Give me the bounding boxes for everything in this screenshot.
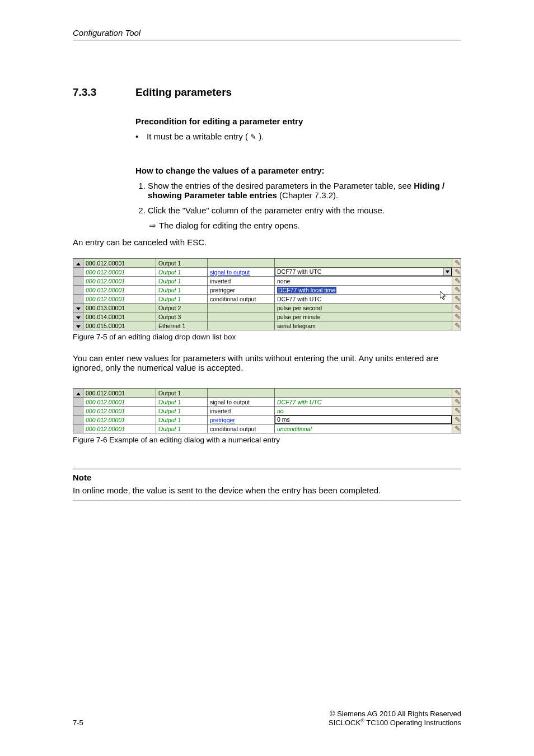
value-text: no [277,408,284,414]
row-handle[interactable] [73,407,83,416]
parameter-table-fig2: 000.012.00001Output 1✎000.012.00001Outpu… [73,388,461,433]
howto-heading: How to change the values of a parameter … [135,166,461,175]
param-value[interactable]: none [275,277,452,286]
expand-down-icon[interactable] [76,307,81,310]
param-value[interactable] [275,389,452,398]
param-group: Output 1 [156,259,208,268]
param-name: conditional output [210,296,256,302]
param-id: 000.014.00001 [83,312,156,321]
figure-caption-1: Figure 7-5 of an editing dialog drop dow… [73,333,461,341]
param-group: Output 1 [156,416,208,424]
table-row: 000.012.00001Output 1✎ [73,259,461,268]
param-name: inverted [210,278,231,284]
param-value[interactable]: pulse per minute [275,312,452,321]
running-head: Configuration Tool [73,28,461,40]
param-group: Output 1 [156,407,208,416]
dropdown-option[interactable]: pulse per minute [277,314,321,320]
edit-indicator: ✎ [452,312,461,321]
param-value[interactable]: serial telegram [275,321,452,330]
table-row: 000.012.00001Output 1invertedno✎ [73,407,461,416]
param-group: Output 1 [156,268,208,277]
param-name-link[interactable]: signal to output [210,269,250,276]
param-value[interactable]: unconditional [275,424,452,433]
row-handle[interactable] [73,286,83,295]
pencil-icon: ✎ [455,286,461,294]
dropdown-button[interactable] [443,268,451,276]
table-row: 000.012.00001Output 1pretriggerDCF77 wit… [73,286,461,295]
pencil-icon: ✎ [455,277,461,285]
edit-indicator: ✎ [452,304,461,312]
dropdown-option[interactable]: none [277,278,290,284]
row-handle[interactable] [73,268,83,277]
expand-down-icon[interactable] [76,316,81,319]
row-handle[interactable] [73,312,83,321]
param-group: Output 1 [156,295,208,304]
expand-down-icon[interactable] [76,325,81,328]
figure-caption-2: Figure 7-6 Example of an editing dialog … [73,436,461,444]
param-value[interactable]: DCF77 with UTC [275,295,452,304]
param-value[interactable]: DCF77 with UTC [275,268,452,277]
edit-indicator: ✎ [452,416,461,424]
value-input[interactable]: 0 ms [275,416,452,424]
value-dropdown[interactable]: DCF77 with UTC [275,268,452,276]
param-name: pretrigger [210,287,235,293]
table-row: 000.012.00001Output 1invertednone✎ [73,277,461,286]
param-id: 000.012.00001 [83,286,156,295]
param-name-link[interactable]: pretrigger [210,417,235,423]
pencil-icon: ✎ [455,424,461,433]
row-handle[interactable] [73,304,83,312]
row-handle[interactable] [73,398,83,407]
row-handle[interactable] [73,277,83,286]
bullet-dot: • [135,132,147,141]
row-handle[interactable] [73,424,83,433]
row-handle[interactable] [73,295,83,304]
dropdown-option[interactable]: DCF77 with UTC [277,296,321,302]
param-value[interactable]: DCF77 with UTC [275,398,452,407]
param-value[interactable]: no [275,407,452,416]
param-value[interactable]: DCF77 with local time [275,286,452,295]
param-value[interactable]: pulse per second [275,304,452,312]
parameter-table-fig1: 000.012.00001Output 1✎000.012.00001Outpu… [73,258,461,330]
dropdown-option[interactable]: pulse per second [277,305,322,311]
edit-indicator: ✎ [452,268,461,277]
row-handle[interactable] [73,259,83,268]
row-handle[interactable] [73,321,83,330]
note-text: In online mode, the value is sent to the… [73,486,461,495]
howto-step-2: Click the "Value" column of the paramete… [148,206,461,215]
param-group: Output 1 [156,424,208,433]
dropdown-option-highlighted[interactable]: DCF77 with local time [277,287,336,293]
cancel-note: An entry can be canceled with ESC. [73,237,461,247]
edit-indicator: ✎ [452,398,461,407]
table-row: 000.012.00001Output 1conditional outputD… [73,295,461,304]
param-value[interactable] [275,259,452,268]
param-id: 000.012.00001 [83,424,156,433]
edit-indicator: ✎ [452,286,461,295]
table-row: 000.012.00001Output 1signal to outputDCF… [73,398,461,407]
collapse-up-icon[interactable] [76,263,81,265]
param-id: 000.012.00001 [83,277,156,286]
param-id: 000.012.00001 [83,259,156,268]
row-handle[interactable] [73,389,83,398]
pencil-icon: ✎ [455,259,461,267]
pencil-icon: ✎ [250,133,256,141]
footer-copyright: © Siemens AG 2010 All Rights Reserved [329,710,461,718]
row-handle[interactable] [73,416,83,424]
param-id: 000.012.00001 [83,416,156,424]
edit-indicator: ✎ [452,295,461,304]
edit-indicator: ✎ [452,424,461,433]
table-row: 000.012.00001Output 1✎ [73,389,461,398]
edit-indicator: ✎ [452,389,461,398]
table-row: 000.012.00001Output 1conditional outputu… [73,424,461,433]
param-name: signal to output [210,399,250,405]
result-arrow-icon: ⇒ [149,221,159,231]
collapse-up-icon[interactable] [76,393,81,395]
param-id: 000.012.00001 [83,389,156,398]
table-row: 000.015.00001Ethernet 1serial telegram✎ [73,321,461,330]
dropdown-option[interactable]: serial telegram [277,323,316,329]
param-value[interactable]: 0 ms [275,416,452,424]
table-row: 000.013.00001Output 2pulse per second✎ [73,304,461,312]
table-row: 000.014.00001Output 3pulse per minute✎ [73,312,461,321]
section-number: 7.3.3 [73,86,135,99]
edit-indicator: ✎ [452,259,461,268]
section-title: Editing parameters [135,86,232,99]
